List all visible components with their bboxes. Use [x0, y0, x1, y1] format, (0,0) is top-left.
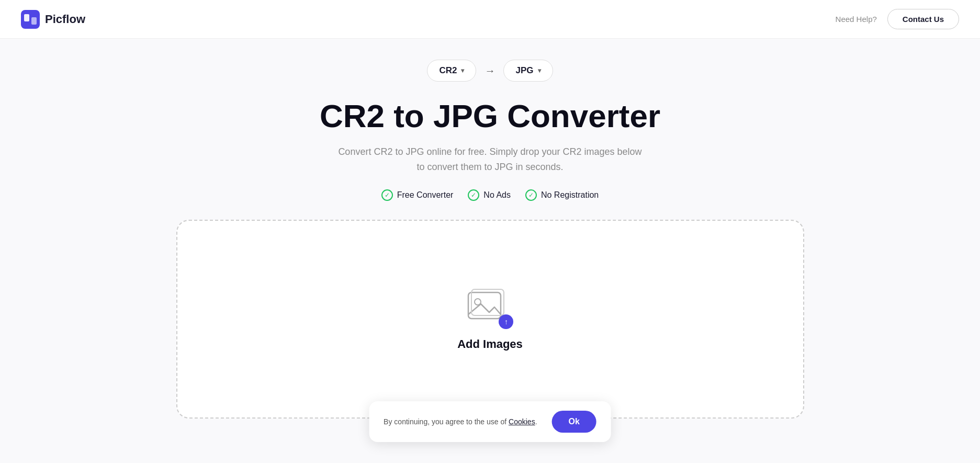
page-subtitle: Convert CR2 to JPG online for free. Simp… — [333, 144, 647, 175]
svg-rect-1 — [24, 14, 29, 21]
cookies-link[interactable]: Cookies — [509, 417, 535, 426]
page-title: CR2 to JPG Converter — [320, 98, 660, 134]
from-format-pill[interactable]: CR2 ▾ — [427, 60, 476, 82]
arrow-icon: → — [485, 65, 495, 77]
badge-no-ads-label: No Ads — [483, 190, 511, 200]
svg-rect-2 — [31, 17, 37, 25]
dropzone[interactable]: ↑ Add Images — [176, 220, 804, 419]
check-icon-no-reg: ✓ — [525, 189, 537, 201]
to-format-label: JPG — [515, 65, 533, 76]
feature-badges: ✓ Free Converter ✓ No Ads ✓ No Registrat… — [381, 189, 599, 201]
format-selector: CR2 ▾ → JPG ▾ — [427, 60, 553, 82]
badge-no-reg-label: No Registration — [541, 190, 599, 200]
badge-free-converter: ✓ Free Converter — [381, 189, 454, 201]
check-icon-free: ✓ — [381, 189, 393, 201]
check-icon-no-ads: ✓ — [468, 189, 479, 201]
header-right: Need Help? Contact Us — [836, 9, 959, 29]
svg-rect-0 — [21, 10, 40, 29]
cookie-text: By continuing, you agree to the use of C… — [384, 416, 537, 427]
badge-free-label: Free Converter — [397, 190, 454, 200]
badge-no-ads: ✓ No Ads — [468, 189, 511, 201]
to-format-pill[interactable]: JPG ▾ — [503, 60, 553, 82]
logo-icon — [21, 10, 40, 29]
add-images-label: Add Images — [457, 337, 523, 351]
logo-text: Picflow — [45, 13, 85, 26]
header: Picflow Need Help? Contact Us — [0, 0, 980, 39]
dropzone-inner: ↑ Add Images — [436, 266, 544, 372]
from-format-chevron-icon: ▾ — [461, 67, 464, 74]
ok-button[interactable]: Ok — [552, 411, 596, 433]
badge-no-registration: ✓ No Registration — [525, 189, 599, 201]
upload-icon-wrapper: ↑ — [466, 287, 513, 329]
upload-badge-icon: ↑ — [499, 314, 513, 329]
cookie-banner: By continuing, you agree to the use of C… — [369, 401, 611, 442]
from-format-label: CR2 — [439, 65, 457, 76]
to-format-chevron-icon: ▾ — [538, 67, 541, 74]
contact-us-button[interactable]: Contact Us — [887, 9, 959, 29]
need-help-text: Need Help? — [836, 15, 877, 24]
main-content: CR2 ▾ → JPG ▾ CR2 to JPG Converter Conve… — [0, 39, 980, 419]
logo[interactable]: Picflow — [21, 10, 85, 29]
